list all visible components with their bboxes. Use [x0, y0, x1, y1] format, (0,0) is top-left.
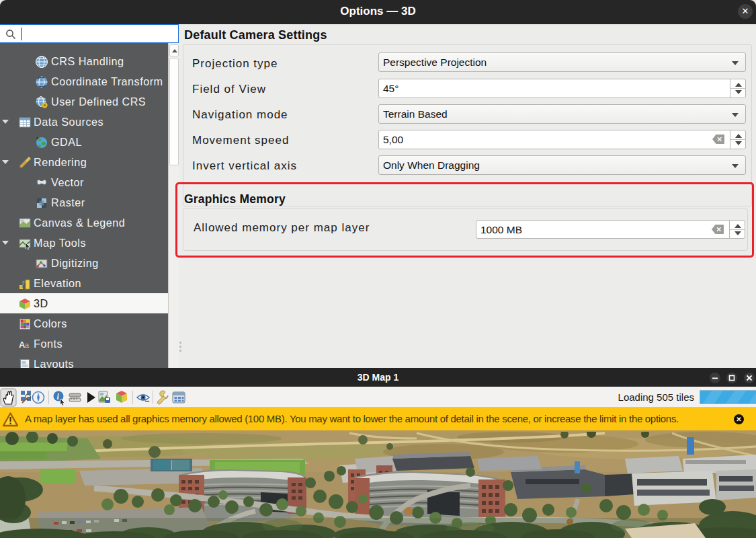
svg-text:a: a	[25, 341, 30, 349]
